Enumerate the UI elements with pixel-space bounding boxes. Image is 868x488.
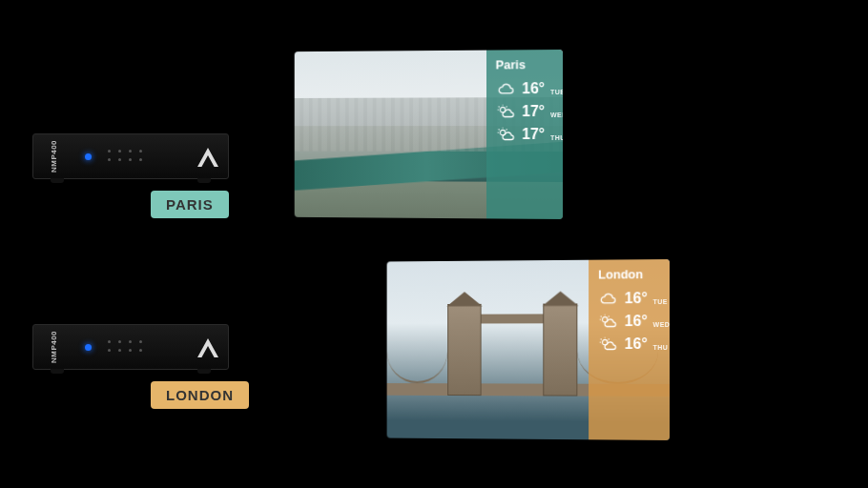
forecast-temp: 17°: [522, 103, 545, 120]
signage-display: London 16° TUE 16° WED 16° THU: [387, 259, 670, 440]
device-model-label: NMP400: [50, 140, 58, 173]
forecast-row: 16° WED: [598, 313, 662, 330]
forecast-temp: 16°: [522, 80, 545, 97]
weather-panel: London 16° TUE 16° WED 16° THU: [589, 259, 670, 440]
device-model-label: NMP400: [50, 331, 58, 363]
forecast-temp: 16°: [625, 290, 648, 307]
brand-logo-icon: [197, 148, 218, 167]
power-led-icon: [85, 344, 92, 351]
partly-sunny-icon: [598, 336, 619, 353]
forecast-temp: 16°: [625, 336, 648, 353]
city-name: Paris: [496, 57, 555, 71]
media-player-device: NMP400: [32, 133, 229, 179]
cloud-icon: [598, 290, 619, 307]
status-leds-icon: [108, 340, 144, 354]
forecast-day: WED: [653, 321, 670, 328]
forecast-day: TUE: [550, 89, 563, 95]
forecast-temp: 17°: [522, 126, 545, 143]
forecast-row: 16° TUE: [496, 80, 555, 97]
power-led-icon: [85, 153, 92, 160]
forecast-temp: 16°: [625, 313, 648, 330]
brand-logo-icon: [197, 338, 218, 357]
forecast-row: 16° TUE: [598, 290, 662, 307]
forecast-day: WED: [550, 112, 563, 118]
partly-sunny-icon: [598, 313, 619, 330]
forecast-day: THU: [550, 134, 563, 141]
partly-sunny-icon: [496, 103, 517, 120]
weather-panel: Paris 16° TUE 17° WED 17° THU: [486, 50, 563, 219]
partly-sunny-icon: [496, 126, 517, 143]
forecast-row: 17° WED: [496, 103, 555, 120]
signage-display: Paris 16° TUE 17° WED 17° THU: [295, 50, 563, 219]
device-location-tag: PARIS: [151, 191, 229, 218]
city-name: London: [598, 267, 662, 281]
device-location-tag: LONDON: [151, 381, 249, 409]
status-leds-icon: [108, 150, 144, 163]
media-player-device: NMP400: [32, 324, 229, 370]
forecast-day: TUE: [653, 298, 668, 305]
forecast-row: 17° THU: [496, 126, 555, 143]
forecast-day: THU: [653, 344, 669, 351]
cloud-icon: [496, 80, 517, 97]
forecast-row: 16° THU: [598, 336, 662, 353]
